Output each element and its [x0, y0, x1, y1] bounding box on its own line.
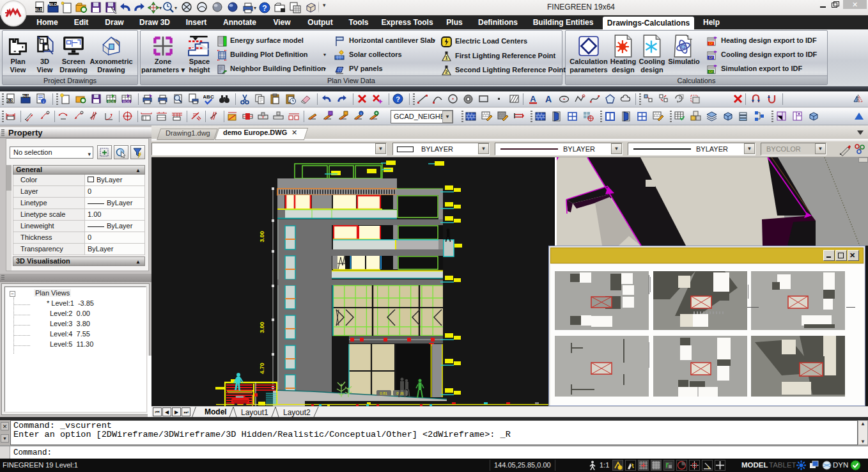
svg-text:2: 2	[445, 69, 448, 75]
svg-text:BLD: BLD	[35, 8, 43, 12]
svg-text:IDF: IDF	[708, 70, 713, 74]
svg-text:BLD: BLD	[49, 3, 58, 6]
svg-text:?: ?	[396, 95, 400, 103]
svg-text:RCIS: RCIS	[123, 100, 130, 104]
svg-text:3.00: 3.00	[259, 231, 265, 242]
svg-text:i: i	[360, 112, 361, 116]
svg-text:0.81: 0.81	[380, 391, 387, 395]
svg-text:RCIS: RCIS	[108, 100, 115, 104]
svg-text:3.00: 3.00	[259, 322, 265, 333]
svg-text:ABC: ABC	[203, 94, 214, 100]
svg-text:A: A	[530, 94, 536, 104]
svg-text:IDF: IDF	[708, 42, 713, 45]
svg-text:BLD: BLD	[22, 94, 29, 98]
svg-text:4.70: 4.70	[259, 363, 265, 374]
svg-text:?: ?	[262, 4, 267, 13]
svg-text:1: 1	[445, 55, 448, 61]
svg-text:IDF: IDF	[708, 56, 713, 59]
svg-text:A: A	[545, 94, 552, 104]
svg-text:BLD: BLD	[6, 98, 13, 102]
